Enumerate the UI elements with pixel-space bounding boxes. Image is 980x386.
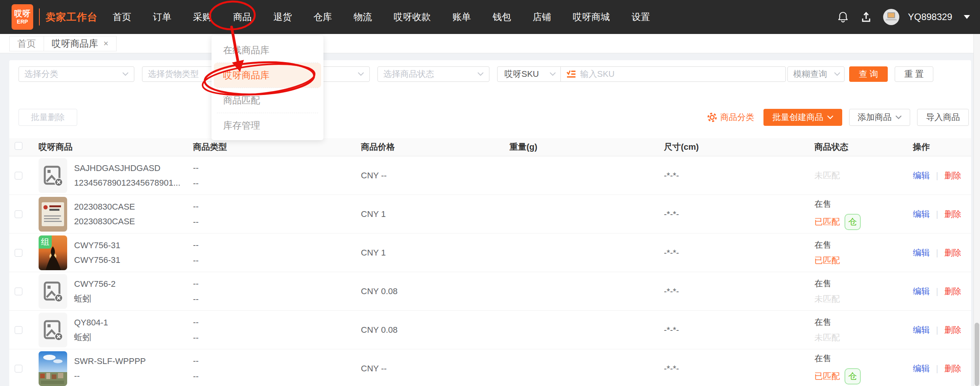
delete-link[interactable]: 删除 <box>944 247 961 259</box>
nav-item-shops[interactable]: 店铺 <box>533 11 551 23</box>
select-all-checkbox[interactable] <box>15 142 22 150</box>
price-cell: CNY 1 <box>352 234 500 272</box>
header-actions: 操作 <box>904 141 971 153</box>
edit-link[interactable]: 编辑 <box>913 324 930 336</box>
tab-home[interactable]: 首页 <box>9 36 44 51</box>
product-title: QY804-1 <box>74 318 108 328</box>
warehouse-badge: 仓 <box>845 368 861 384</box>
action-divider: | <box>936 364 938 374</box>
tab-home-label: 首页 <box>17 36 36 51</box>
page: 哎呀 ERP 卖家工作台 首页 订单 采购 商品 退货 仓库 物流 哎呀收款 账… <box>0 0 980 386</box>
match-status: 未匹配 <box>814 332 840 344</box>
nav-item-wallet[interactable]: 钱包 <box>493 11 511 23</box>
batch-create-button[interactable]: 批量创建商品 <box>763 109 842 126</box>
toolbar-right: 商品分类 批量创建商品 添加商品 导入商品 <box>707 109 969 126</box>
scrollbar-thumb[interactable] <box>975 323 979 386</box>
notification-bell-icon[interactable] <box>837 11 849 23</box>
menu-item-product-library[interactable]: 哎呀商品库 <box>214 63 321 88</box>
actions-cell: 编辑 | 删除 <box>904 156 971 195</box>
sku-type-select[interactable]: 哎呀SKU <box>498 67 561 81</box>
weight-cell <box>500 311 655 349</box>
product-thumbnail-city <box>39 351 67 386</box>
action-divider: | <box>936 171 938 181</box>
status-cell: 在售 未匹配 <box>805 272 904 310</box>
tab-close-icon[interactable]: × <box>103 39 108 48</box>
edit-link[interactable]: 编辑 <box>913 286 930 297</box>
menu-item-inventory[interactable]: 库存管理 <box>212 113 323 138</box>
vertical-scrollbar[interactable] <box>973 34 980 386</box>
nav-item-products[interactable]: 商品 <box>233 11 252 23</box>
product-subtitle: 20230830CASE <box>74 217 135 227</box>
user-menu-caret-icon[interactable] <box>964 15 970 19</box>
brand-title: 卖家工作台 <box>46 10 98 24</box>
product-status-select[interactable]: 选择商品状态 <box>377 66 489 82</box>
nav-item-returns[interactable]: 退货 <box>273 11 292 23</box>
nav-item-warehouse[interactable]: 仓库 <box>313 11 332 23</box>
nav-item-logistics[interactable]: 物流 <box>354 11 372 23</box>
edit-link[interactable]: 编辑 <box>913 208 930 220</box>
action-divider: | <box>936 286 938 296</box>
row-checkbox[interactable] <box>15 365 22 372</box>
batch-delete-button[interactable]: 批量删除 <box>19 109 77 126</box>
import-product-button[interactable]: 导入商品 <box>917 109 969 126</box>
edit-link[interactable]: 编辑 <box>913 170 930 181</box>
product-thumbnail-idcard <box>39 197 67 232</box>
navbar-right: YQ898329 <box>837 9 980 25</box>
product-title: SAJHDGASJHDGASD <box>74 163 180 173</box>
product-category-link[interactable]: 商品分类 <box>707 112 754 123</box>
sale-status: 在售 <box>814 239 831 251</box>
product-title: 20230830CASE <box>74 202 135 212</box>
chevron-down-icon <box>550 72 556 76</box>
actions-cell: 编辑 | 删除 <box>904 311 971 349</box>
nav-item-home[interactable]: 首页 <box>113 11 131 23</box>
delete-link[interactable]: 删除 <box>944 286 961 297</box>
delete-link[interactable]: 删除 <box>944 208 961 220</box>
row-checkbox[interactable] <box>15 249 22 257</box>
row-checkbox[interactable] <box>15 210 22 218</box>
chevron-down-icon <box>834 72 840 76</box>
sku-input[interactable] <box>580 69 780 79</box>
logo-text-top: 哎呀 <box>14 9 30 18</box>
action-divider: | <box>936 209 938 219</box>
menu-item-online-library[interactable]: 在线商品库 <box>212 38 323 63</box>
status-cell: 在售 已匹配 仓 <box>805 195 904 233</box>
reset-button[interactable]: 重 置 <box>895 66 933 82</box>
nav-item-purchase[interactable]: 采购 <box>193 11 212 23</box>
add-product-button[interactable]: 添加商品 <box>849 109 910 126</box>
row-checkbox[interactable] <box>15 172 22 179</box>
product-subtitle: CWY756-31 <box>74 255 120 265</box>
type-value-1: -- <box>193 279 199 289</box>
tab-product-library[interactable]: 哎呀商品库 × <box>44 36 117 51</box>
nav-item-bills[interactable]: 账单 <box>452 11 471 23</box>
actions-cell: 编辑 | 删除 <box>904 349 971 386</box>
price-cell: CNY -- <box>352 156 500 195</box>
app-logo[interactable]: 哎呀 ERP <box>12 4 33 30</box>
status-cell: 在售 未匹配 <box>805 311 904 349</box>
username-label[interactable]: YQ898329 <box>908 12 952 22</box>
product-title: CWY756-31 <box>74 240 120 251</box>
fuzzy-query-select[interactable]: 模糊查询 <box>787 66 845 82</box>
nav-item-collection[interactable]: 哎呀收款 <box>394 11 431 23</box>
category-select[interactable]: 选择分类 <box>19 66 134 82</box>
nav-item-orders[interactable]: 订单 <box>153 11 171 23</box>
products-dropdown-menu: 在线商品库 哎呀商品库 商品匹配 库存管理 <box>212 36 323 140</box>
table-row: CWY756-2 蚯蚓 ---- CNY 0.08 -*-*- 在售 未匹配 编… <box>9 272 971 311</box>
nav-item-mall[interactable]: 哎呀商城 <box>573 11 610 23</box>
nav-item-settings[interactable]: 设置 <box>631 11 650 23</box>
search-button[interactable]: 查 询 <box>849 66 888 82</box>
chevron-down-icon <box>827 115 833 119</box>
weight-cell <box>500 195 655 233</box>
delete-link[interactable]: 删除 <box>944 170 961 181</box>
user-avatar[interactable] <box>883 9 899 25</box>
size-cell: -*-*- <box>655 234 805 272</box>
row-checkbox[interactable] <box>15 288 22 295</box>
upload-icon[interactable] <box>860 11 872 23</box>
delete-link[interactable]: 删除 <box>944 324 961 336</box>
chevron-down-icon <box>358 72 364 76</box>
edit-link[interactable]: 编辑 <box>913 363 930 374</box>
product-thumbnail-sunset: 组 <box>39 235 67 270</box>
edit-link[interactable]: 编辑 <box>913 247 930 259</box>
row-checkbox[interactable] <box>15 326 22 334</box>
menu-item-product-match[interactable]: 商品匹配 <box>212 88 323 113</box>
delete-link[interactable]: 删除 <box>944 363 961 374</box>
